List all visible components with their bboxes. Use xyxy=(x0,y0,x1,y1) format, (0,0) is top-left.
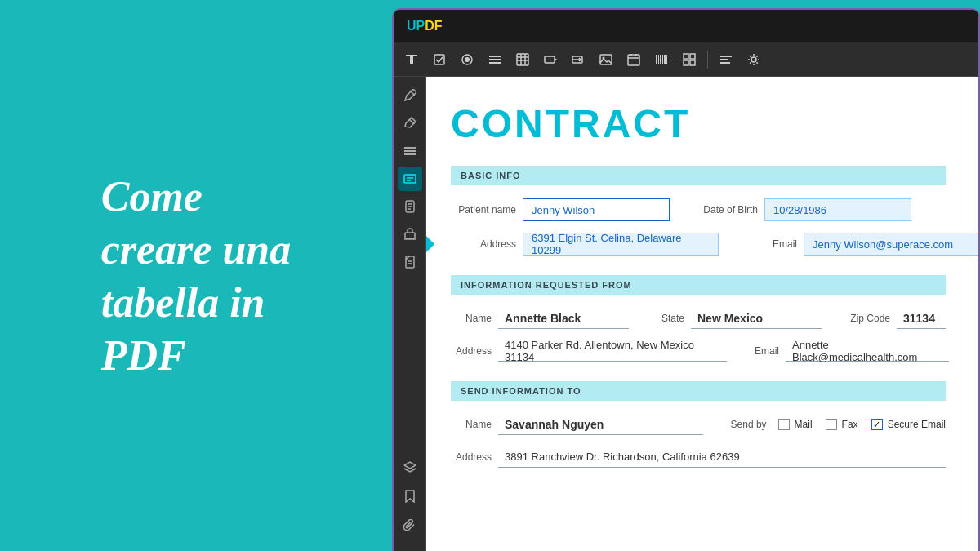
address-row: Address 6391 Elgin St. Celina, Delaware … xyxy=(451,233,946,256)
req-address-label: Address xyxy=(451,345,492,357)
svg-rect-22 xyxy=(656,55,657,64)
app-titlebar: UPDF xyxy=(394,10,978,42)
svg-rect-38 xyxy=(404,147,416,149)
req-address-row: Address 4140 Parker Rd. Allentown, New M… xyxy=(451,340,946,362)
send-mail-checkbox-row: Mail xyxy=(778,419,813,430)
svg-rect-25 xyxy=(662,55,663,64)
svg-rect-8 xyxy=(517,54,528,65)
svg-rect-29 xyxy=(690,54,695,59)
send-info-header: SEND INFORMATION TO xyxy=(451,381,946,401)
toolbar xyxy=(394,42,978,77)
tool-image-icon[interactable] xyxy=(595,48,617,71)
sidebar-clip-icon[interactable] xyxy=(398,194,422,219)
sidebar-layers-icon[interactable] xyxy=(398,455,422,479)
svg-rect-48 xyxy=(405,233,415,238)
svg-rect-26 xyxy=(664,55,666,64)
svg-rect-23 xyxy=(658,55,659,64)
dob-label: Date of Birth xyxy=(693,204,758,216)
svg-rect-5 xyxy=(489,56,501,57)
tool-checkbox-icon[interactable] xyxy=(428,48,451,71)
tool-date-icon[interactable] xyxy=(622,48,645,71)
sidebar-lines-icon[interactable] xyxy=(398,139,422,163)
send-name-field[interactable]: Savannah Nguyen xyxy=(498,414,703,435)
send-name-label: Name xyxy=(451,419,492,430)
mail-checkbox[interactable] xyxy=(778,419,790,430)
email-label: Email xyxy=(732,238,797,250)
mail-label: Mail xyxy=(795,419,813,430)
sidebar-annotate-icon[interactable] xyxy=(398,111,422,136)
tool-grid-icon[interactable] xyxy=(678,48,701,71)
sidebar-attach-icon[interactable] xyxy=(398,513,422,538)
send-fax-checkbox-row: Fax xyxy=(826,419,858,430)
left-text: Come creare una tabella in PDF xyxy=(101,170,292,382)
send-address-field[interactable]: 3891 Ranchview Dr. Richardson, Californi… xyxy=(498,447,946,468)
tool-list-icon[interactable] xyxy=(483,48,506,71)
send-by-label: Send by xyxy=(726,419,767,430)
svg-rect-41 xyxy=(404,175,416,183)
send-name-row: Name Savannah Nguyen Send by Mail Fax xyxy=(451,414,946,435)
req-name-row: Name Annette Black State New Mexico Zip … xyxy=(451,308,946,329)
secure-email-label: Secure Email xyxy=(888,419,946,430)
secure-email-checkbox[interactable]: ✓ xyxy=(871,419,883,430)
send-secure-checkbox-row: ✓ Secure Email xyxy=(871,419,946,430)
fax-label: Fax xyxy=(842,419,858,430)
patient-name-label: Patient name xyxy=(451,204,516,216)
sidebar-bookmark-icon[interactable] xyxy=(398,484,422,509)
svg-rect-16 xyxy=(600,55,612,64)
page-marker xyxy=(426,236,434,252)
info-requested-section: INFORMATION REQUESTED FROM Name Annette … xyxy=(451,275,946,362)
info-requested-header: INFORMATION REQUESTED FROM xyxy=(451,275,946,295)
svg-line-36 xyxy=(410,91,415,96)
svg-rect-1 xyxy=(410,56,413,64)
dob-field[interactable]: 10/28/1986 xyxy=(764,198,911,221)
patient-name-field[interactable]: Jenny Wilson xyxy=(523,198,670,221)
req-email-field[interactable]: Annette Black@medicalhealth.com xyxy=(786,340,949,362)
req-name-label: Name xyxy=(451,313,492,324)
main-area: CONTRACT BASIC INFO Patient name Jenny W… xyxy=(394,77,978,551)
svg-rect-32 xyxy=(720,56,732,57)
sidebar-stamp-icon[interactable] xyxy=(398,222,422,247)
sidebar-edit-icon[interactable] xyxy=(398,83,422,108)
svg-rect-27 xyxy=(666,55,667,64)
svg-rect-40 xyxy=(404,153,416,155)
fax-checkbox[interactable] xyxy=(826,419,837,430)
tool-combo-icon[interactable] xyxy=(539,48,562,71)
req-state-label: State xyxy=(652,313,684,324)
tool-barcode-icon[interactable] xyxy=(650,48,673,71)
pdf-viewer-panel: UPDF xyxy=(392,8,980,551)
svg-rect-39 xyxy=(404,150,416,152)
req-state-field[interactable]: New Mexico xyxy=(691,308,822,329)
svg-rect-7 xyxy=(489,62,501,64)
left-panel: Come creare una tabella in PDF xyxy=(0,0,392,551)
basic-info-section: BASIC INFO Patient name Jenny Wilson Dat… xyxy=(451,166,946,256)
address-label: Address xyxy=(451,238,516,250)
req-name-field[interactable]: Annette Black xyxy=(498,308,629,329)
req-address-field[interactable]: 4140 Parker Rd. Allentown, New Mexico 31… xyxy=(498,340,727,362)
pdf-content: CONTRACT BASIC INFO Patient name Jenny W… xyxy=(426,77,978,551)
basic-info-header: BASIC INFO xyxy=(451,166,946,185)
email-field[interactable]: Jenny Wilson@superace.com xyxy=(804,233,978,256)
tool-radio-icon[interactable] xyxy=(456,48,479,71)
tool-text-icon[interactable] xyxy=(400,48,423,71)
svg-point-35 xyxy=(751,57,756,62)
toolbar-separator xyxy=(707,51,708,69)
svg-rect-31 xyxy=(690,60,695,65)
sidebar-form-icon[interactable] xyxy=(398,167,422,191)
req-email-label: Email xyxy=(746,345,779,357)
svg-rect-30 xyxy=(684,60,688,65)
svg-rect-2 xyxy=(434,55,444,64)
svg-rect-18 xyxy=(628,55,639,65)
tool-table-icon[interactable] xyxy=(511,48,534,71)
tool-align-icon[interactable] xyxy=(715,48,737,71)
svg-rect-6 xyxy=(489,59,501,60)
svg-rect-13 xyxy=(545,56,555,63)
tool-dropdown-icon[interactable] xyxy=(567,48,590,71)
app-logo: UPDF xyxy=(407,19,443,33)
req-zipcode-field[interactable]: 31134 xyxy=(897,308,946,329)
svg-rect-28 xyxy=(684,54,688,59)
sidebar-doc-icon[interactable] xyxy=(398,250,422,274)
address-field[interactable]: 6391 Elgin St. Celina, Delaware 10299 xyxy=(523,233,719,256)
send-address-row: Address 3891 Ranchview Dr. Richardson, C… xyxy=(451,447,946,468)
tool-settings-icon[interactable] xyxy=(742,48,765,71)
left-sidebar xyxy=(394,77,426,551)
